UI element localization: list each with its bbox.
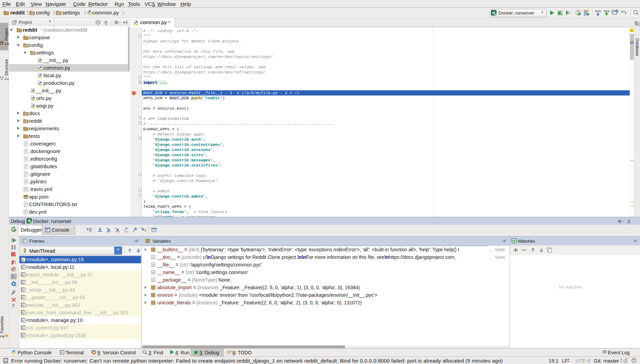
svg-text:VCS: VCS (595, 10, 601, 13)
svg-text:I: I (145, 229, 146, 232)
svg-text:dj: dj (28, 219, 31, 223)
svg-text:dj: dj (492, 11, 495, 15)
